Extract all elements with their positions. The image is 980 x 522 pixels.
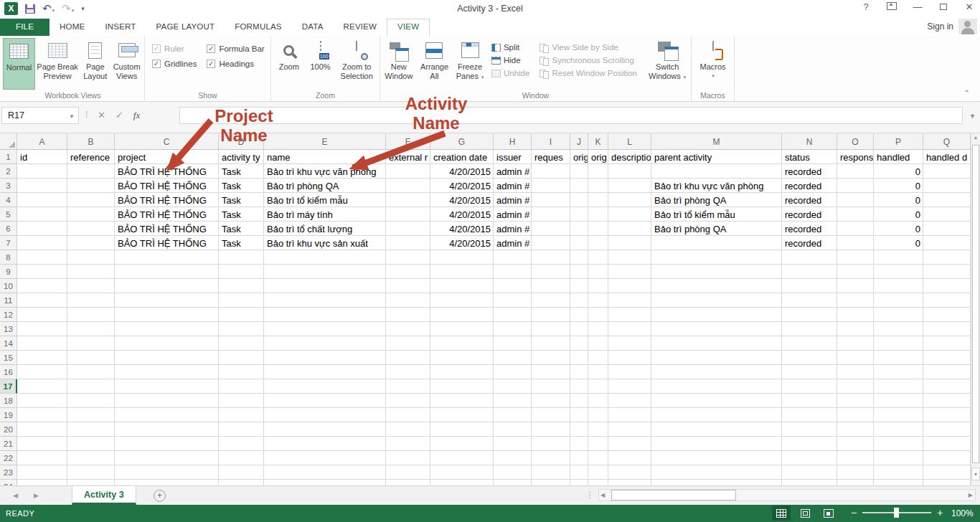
cell-P3[interactable]: 0 xyxy=(874,179,923,193)
cell-F5[interactable] xyxy=(386,207,430,222)
cell-I4[interactable] xyxy=(532,193,570,207)
cell-Q11[interactable] xyxy=(923,293,971,308)
cell-D6[interactable]: Task xyxy=(219,222,264,236)
cell-A1[interactable]: id xyxy=(17,150,67,164)
cell-C9[interactable] xyxy=(115,265,219,279)
cell-C4[interactable]: BẢO TRÌ HỆ THỐNG xyxy=(115,193,219,207)
cell-P7[interactable]: 0 xyxy=(874,236,923,250)
cell-A9[interactable] xyxy=(17,265,67,279)
cell-B7[interactable] xyxy=(67,236,115,250)
cell-A24[interactable] xyxy=(17,480,67,485)
cell-O4[interactable] xyxy=(837,193,874,207)
cell-G23[interactable] xyxy=(430,465,494,480)
row-header-15[interactable]: 15 xyxy=(0,351,17,365)
cell-B6[interactable] xyxy=(67,222,115,236)
sheet-nav-left-icon[interactable]: ◀ xyxy=(13,492,18,499)
cell-L20[interactable] xyxy=(608,422,651,437)
cell-L18[interactable] xyxy=(608,394,651,408)
arrange-all-button[interactable]: Arrange All xyxy=(416,38,453,82)
status-page-break-button[interactable] xyxy=(819,506,838,521)
cell-P24[interactable] xyxy=(874,480,923,485)
tab-view[interactable]: VIEW xyxy=(387,19,430,36)
cell-O5[interactable] xyxy=(837,207,874,222)
cell-L9[interactable] xyxy=(608,265,651,279)
cell-F10[interactable] xyxy=(386,279,430,293)
synchronous-scrolling-button[interactable]: Synchronous Scrolling xyxy=(540,56,645,65)
custom-views-button[interactable]: Custom Views xyxy=(110,38,143,90)
cell-B21[interactable] xyxy=(67,437,115,451)
cell-C16[interactable] xyxy=(115,365,219,379)
cell-F17[interactable] xyxy=(386,379,430,394)
sheet-nav-right-icon[interactable]: ▶ xyxy=(34,492,39,499)
headings-checkbox[interactable]: ✓ Headings xyxy=(207,60,264,68)
cell-M10[interactable] xyxy=(651,279,782,293)
cell-H18[interactable] xyxy=(494,394,532,408)
cell-H4[interactable]: admin # xyxy=(494,193,532,207)
row-header-3[interactable]: 3 xyxy=(0,179,17,193)
cell-C22[interactable] xyxy=(115,451,219,465)
cell-M1[interactable]: parent activity xyxy=(651,150,782,164)
close-button[interactable]: ✕ xyxy=(961,1,977,12)
cell-K2[interactable] xyxy=(588,164,608,179)
cell-D3[interactable]: Task xyxy=(219,179,264,193)
column-header-I[interactable]: I xyxy=(532,133,570,150)
cell-N6[interactable]: recorded xyxy=(782,222,837,236)
cell-J18[interactable] xyxy=(570,394,588,408)
row-header-10[interactable]: 10 xyxy=(0,279,17,293)
cell-P10[interactable] xyxy=(874,279,923,293)
cell-P6[interactable]: 0 xyxy=(874,222,923,236)
cell-E4[interactable]: Bảo trì tổ kiểm mẫu xyxy=(264,193,386,207)
cell-J6[interactable] xyxy=(570,222,588,236)
row-header-21[interactable]: 21 xyxy=(0,437,17,451)
collapse-ribbon-icon[interactable]: ⌃ xyxy=(964,89,970,97)
zoom-out-icon[interactable]: − xyxy=(851,508,857,518)
cell-Q2[interactable] xyxy=(923,164,971,179)
cell-P11[interactable] xyxy=(874,293,923,308)
cell-M8[interactable] xyxy=(651,250,782,265)
cell-N14[interactable] xyxy=(782,336,837,351)
sheet-tab-activity-3[interactable]: Activity 3 xyxy=(72,486,136,505)
row-header-11[interactable]: 11 xyxy=(0,293,17,308)
zoom-to-selection-button[interactable]: Zoom to Selection xyxy=(335,38,378,90)
cell-G24[interactable] xyxy=(430,480,494,485)
cell-E6[interactable]: Bảo trì tổ chất lượng xyxy=(264,222,386,236)
cell-L16[interactable] xyxy=(608,365,651,379)
cell-E8[interactable] xyxy=(264,250,386,265)
cell-A23[interactable] xyxy=(17,465,67,480)
cell-N9[interactable] xyxy=(782,265,837,279)
cell-E2[interactable]: Bảo trì khu vực văn phòng xyxy=(264,164,386,179)
cell-D15[interactable] xyxy=(219,351,264,365)
cell-D18[interactable] xyxy=(219,394,264,408)
cell-K5[interactable] xyxy=(588,207,608,222)
cell-N24[interactable] xyxy=(782,480,837,485)
cell-C23[interactable] xyxy=(115,465,219,480)
cell-P19[interactable] xyxy=(874,408,923,422)
cell-K18[interactable] xyxy=(588,394,608,408)
cell-D11[interactable] xyxy=(219,293,264,308)
cell-I21[interactable] xyxy=(532,437,570,451)
cell-H10[interactable] xyxy=(494,279,532,293)
cell-B1[interactable]: reference xyxy=(67,150,115,164)
page-layout-view-button[interactable]: Page Layout xyxy=(80,38,110,90)
cell-M18[interactable] xyxy=(651,394,782,408)
row-header-7[interactable]: 7 xyxy=(0,236,17,250)
cell-B3[interactable] xyxy=(67,179,115,193)
cell-J20[interactable] xyxy=(570,422,588,437)
cell-G12[interactable] xyxy=(430,308,494,322)
cell-A7[interactable] xyxy=(17,236,67,250)
cell-G8[interactable] xyxy=(430,250,494,265)
switch-windows-button[interactable]: Switch Windows ▾ xyxy=(645,38,689,82)
cell-C5[interactable]: BẢO TRÌ HỆ THỐNG xyxy=(115,207,219,222)
column-header-G[interactable]: G xyxy=(430,133,494,150)
cell-K15[interactable] xyxy=(588,351,608,365)
cell-O6[interactable] xyxy=(837,222,874,236)
column-header-L[interactable]: L xyxy=(608,133,651,150)
cell-G4[interactable]: 4/20/2015 xyxy=(430,193,494,207)
cell-D23[interactable] xyxy=(219,465,264,480)
cell-E12[interactable] xyxy=(264,308,386,322)
cell-G9[interactable] xyxy=(430,265,494,279)
cell-G13[interactable] xyxy=(430,322,494,336)
cell-C2[interactable]: BẢO TRÌ HỆ THỐNG xyxy=(115,164,219,179)
cell-E5[interactable]: Bảo trì máy tính xyxy=(264,207,386,222)
cell-I5[interactable] xyxy=(532,207,570,222)
